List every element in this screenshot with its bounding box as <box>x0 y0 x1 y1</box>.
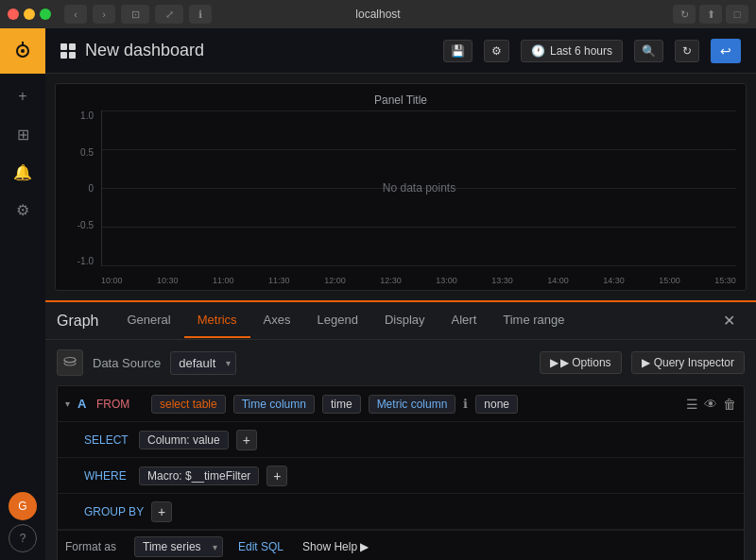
titlebar-right: ↻ ⬆ □ <box>673 5 748 24</box>
share-button[interactable]: ⬆ <box>699 5 722 24</box>
bell-icon: 🔔 <box>13 163 32 181</box>
topbar: New dashboard 💾 ⚙ 🕐 Last 6 hours 🔍 ↻ ↩ <box>45 28 756 74</box>
page-title: New dashboard <box>85 41 204 60</box>
format-label: Format as <box>65 540 127 553</box>
maximize-button[interactable] <box>40 8 51 20</box>
forward-nav-button[interactable]: › <box>93 5 115 24</box>
where-row: WHERE Macro: $__timeFilter + <box>58 458 744 494</box>
yaxis-label: 0 <box>65 183 94 194</box>
chart-xaxis: 10:00 10:30 11:00 11:30 12:00 12:30 13:0… <box>101 276 736 285</box>
metrics-body: Data Source default ▾ ▶ ▶ Options ▶ <box>45 340 756 560</box>
row-icons: ☰ 👁 🗑 <box>686 397 736 412</box>
where-keyword: WHERE <box>84 469 131 483</box>
xaxis-label: 13:00 <box>436 276 457 285</box>
yaxis-label: 1.0 <box>65 110 94 121</box>
yaxis-label: 0.5 <box>65 147 94 158</box>
tab-alert[interactable]: Alert <box>438 303 490 338</box>
editor-title: Graph <box>57 303 113 339</box>
sidebar-item-add[interactable]: + <box>0 77 45 115</box>
sidebar-item-alerts[interactable]: 🔔 <box>0 153 45 191</box>
xaxis-label: 12:30 <box>380 276 402 285</box>
search-button[interactable]: 🔍 <box>634 40 663 62</box>
gear-icon: ⚙ <box>16 201 29 219</box>
select-table-button[interactable]: select table <box>151 395 226 414</box>
format-row: Format as Time series ▾ Edit SQL Show He… <box>58 530 744 560</box>
datasource-row: Data Source default ▾ ▶ ▶ Options ▶ <box>57 349 745 376</box>
show-help-button[interactable]: Show Help ▶ <box>299 537 372 556</box>
main-content: New dashboard 💾 ⚙ 🕐 Last 6 hours 🔍 ↻ ↩ <box>45 28 756 560</box>
select-row: SELECT Column: value + <box>58 422 744 458</box>
editor-close-button[interactable]: ✕ <box>713 302 745 339</box>
metric-column-value[interactable]: none <box>475 395 518 414</box>
reload-button[interactable]: ↻ <box>673 5 696 24</box>
select-keyword: SELECT <box>84 433 131 447</box>
xaxis-label: 14:30 <box>603 276 625 285</box>
query-inspector-button[interactable]: ▶ Query Inspector <box>631 351 745 374</box>
search-icon: 🔍 <box>642 44 656 58</box>
panel-area: Panel Title 1.0 0.5 0 -0.5 -1.0 <box>45 74 756 300</box>
xaxis-label: 12:00 <box>324 276 346 285</box>
clock-icon: 🕐 <box>531 44 545 58</box>
row-menu-icon[interactable]: ☰ <box>686 397 698 412</box>
group-by-keyword: GROUP BY <box>84 505 144 518</box>
back-button[interactable]: ↩ <box>711 39 741 63</box>
minimize-button[interactable] <box>24 8 35 20</box>
row-visibility-icon[interactable]: 👁 <box>704 397 717 412</box>
save-icon: 💾 <box>451 44 465 58</box>
help-icon: ? <box>20 532 26 545</box>
back-arrow-icon: ↩ <box>720 43 731 59</box>
zoom-button[interactable]: ⤢ <box>155 5 183 24</box>
format-select-wrapper: Time series ▾ <box>134 536 223 557</box>
xaxis-label: 11:30 <box>268 276 290 285</box>
tab-metrics[interactable]: Metrics <box>184 303 250 338</box>
url-bar[interactable]: localhost <box>355 8 400 21</box>
from-keyword: FROM <box>96 398 144 411</box>
options-button[interactable]: ▶ ▶ Options <box>540 351 622 374</box>
save-dashboard-button[interactable]: 💾 <box>443 40 472 62</box>
tab-general[interactable]: General <box>113 303 183 338</box>
group-by-add-button[interactable]: + <box>151 501 172 522</box>
sidebar: + ⊞ 🔔 ⚙ G ? <box>0 28 45 560</box>
query-letter: A <box>77 397 89 411</box>
refresh-button[interactable]: ↻ <box>675 40 699 62</box>
query-container: ▾ A FROM select table Time column time M… <box>57 385 745 560</box>
time-range-button[interactable]: 🕐 Last 6 hours <box>521 40 623 62</box>
sidebar-item-dashboards[interactable]: ⊞ <box>0 115 45 153</box>
format-select[interactable]: Time series <box>134 536 223 557</box>
settings-icon: ⚙ <box>491 44 502 58</box>
traffic-lights <box>8 8 51 20</box>
tab-time-range[interactable]: Time range <box>490 303 577 338</box>
sidebar-item-help[interactable]: ? <box>9 524 37 552</box>
where-value[interactable]: Macro: $__timeFilter <box>139 467 259 485</box>
refresh-icon: ↻ <box>682 44 692 58</box>
datasource-select[interactable]: default <box>170 351 236 375</box>
sidebar-bottom: G ? <box>9 492 37 560</box>
select-add-button[interactable]: + <box>236 430 257 450</box>
tab-layout-button[interactable]: ⊡ <box>121 5 149 24</box>
tab-legend[interactable]: Legend <box>304 303 371 338</box>
tab-axes[interactable]: Axes <box>250 303 304 338</box>
row-collapse-icon[interactable]: ▾ <box>65 399 70 409</box>
dashboard-settings-button[interactable]: ⚙ <box>484 40 509 62</box>
app-layout: + ⊞ 🔔 ⚙ G ? <box>0 28 756 560</box>
tab-display[interactable]: Display <box>371 303 438 338</box>
close-button[interactable] <box>8 8 19 20</box>
metric-column-label: Metric column <box>369 395 456 414</box>
sidebar-logo[interactable] <box>0 28 45 74</box>
edit-sql-button[interactable]: Edit SQL <box>231 537 291 556</box>
metric-column-info-icon[interactable]: ℹ <box>463 397 468 411</box>
info-button[interactable]: ℹ <box>189 5 212 24</box>
time-column-value[interactable]: time <box>322 395 361 414</box>
chart-yaxis: 1.0 0.5 0 -0.5 -1.0 <box>65 110 98 266</box>
user-avatar[interactable]: G <box>9 492 37 520</box>
bookmark-button[interactable]: □ <box>726 5 748 24</box>
chart-area: 1.0 0.5 0 -0.5 -1.0 <box>65 110 736 285</box>
xaxis-label: 10:30 <box>157 276 179 285</box>
select-value[interactable]: Column: value <box>139 431 229 450</box>
chart-body: No data points <box>101 110 736 266</box>
back-nav-button[interactable]: ‹ <box>64 5 87 24</box>
time-column-label: Time column <box>233 395 315 414</box>
row-delete-icon[interactable]: 🗑 <box>723 397 736 412</box>
sidebar-item-settings[interactable]: ⚙ <box>0 191 45 229</box>
where-add-button[interactable]: + <box>266 466 287 486</box>
